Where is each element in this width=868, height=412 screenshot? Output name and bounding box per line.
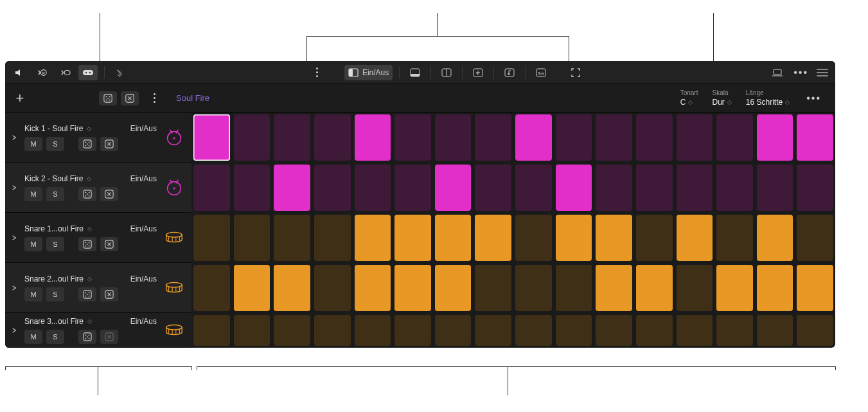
- mute-button[interactable]: M: [24, 287, 42, 301]
- length-selector[interactable]: Länge 16 Schritte◇: [746, 89, 790, 107]
- mute-button[interactable]: M: [24, 137, 42, 151]
- focus-selection-icon[interactable]: [567, 65, 585, 80]
- step-cell[interactable]: [797, 114, 833, 161]
- step-cell[interactable]: [355, 265, 391, 311]
- step-cell[interactable]: [757, 165, 793, 211]
- mode-controller-outline-icon[interactable]: [55, 65, 76, 80]
- view-bottom-panel-icon[interactable]: [406, 65, 424, 80]
- step-cell[interactable]: [234, 114, 270, 161]
- toolbar-overflow-icon[interactable]: •••: [791, 67, 811, 78]
- step-cell[interactable]: [435, 265, 472, 311]
- step-cell[interactable]: [677, 315, 713, 346]
- solo-button[interactable]: S: [46, 137, 64, 151]
- randomize-row-button[interactable]: [78, 187, 96, 201]
- pattern-name-label[interactable]: Soul Fire: [171, 91, 215, 105]
- volume-icon[interactable]: [10, 65, 28, 80]
- randomize-row-button[interactable]: [78, 287, 96, 301]
- randomize-row-button[interactable]: [78, 330, 96, 344]
- step-cell[interactable]: [556, 165, 592, 211]
- step-cell[interactable]: [394, 315, 431, 346]
- step-cell[interactable]: [314, 315, 351, 346]
- clear-header-button[interactable]: [121, 91, 139, 105]
- solo-button[interactable]: S: [46, 237, 64, 251]
- step-cell[interactable]: [435, 215, 472, 261]
- step-cell[interactable]: [355, 165, 391, 211]
- step-cell[interactable]: [636, 315, 673, 346]
- step-cell[interactable]: [234, 215, 270, 261]
- step-cell[interactable]: [596, 165, 632, 211]
- track-name[interactable]: Kick 1 - Soul Fire: [24, 124, 83, 133]
- mode-registered-icon[interactable]: R: [32, 65, 53, 80]
- randomize-row-button[interactable]: [78, 137, 96, 151]
- step-cell[interactable]: [435, 165, 472, 211]
- step-cell[interactable]: [475, 315, 511, 346]
- step-cell[interactable]: [556, 114, 592, 161]
- track-status-label[interactable]: Ein/Aus: [130, 317, 157, 326]
- step-cell[interactable]: [677, 114, 713, 161]
- step-cell[interactable]: [193, 265, 230, 311]
- step-cell[interactable]: [515, 215, 552, 261]
- step-cell[interactable]: [274, 165, 310, 211]
- screen-share-icon[interactable]: [768, 65, 787, 80]
- step-cell[interactable]: [234, 315, 270, 346]
- step-cell[interactable]: [234, 265, 270, 311]
- expand-row-button[interactable]: [8, 327, 21, 334]
- clear-row-button[interactable]: [100, 330, 118, 344]
- solo-button[interactable]: S: [46, 187, 64, 201]
- clear-row-button[interactable]: [100, 237, 118, 251]
- track-name[interactable]: Snare 2...oul Fire: [24, 274, 84, 283]
- hamburger-icon[interactable]: [815, 69, 830, 76]
- note-panel-icon[interactable]: [500, 65, 518, 80]
- clear-row-button[interactable]: [100, 137, 118, 151]
- step-cell[interactable]: [274, 265, 310, 311]
- step-cell[interactable]: [234, 165, 270, 211]
- expand-row-button[interactable]: [8, 285, 21, 291]
- mode-controller-filled-icon[interactable]: [78, 65, 98, 80]
- step-cell[interactable]: [636, 265, 673, 311]
- step-cell[interactable]: [677, 215, 713, 261]
- step-cell[interactable]: [515, 265, 552, 311]
- step-cell[interactable]: [515, 114, 552, 161]
- expand-row-button[interactable]: [8, 235, 21, 241]
- step-cell[interactable]: [475, 265, 511, 311]
- step-cell[interactable]: [556, 315, 592, 346]
- step-cell[interactable]: [757, 215, 793, 261]
- link-toggle-icon[interactable]: [111, 65, 128, 80]
- config-more-icon[interactable]: •••: [804, 93, 824, 104]
- step-cell[interactable]: [515, 315, 552, 346]
- step-cell[interactable]: [716, 315, 753, 346]
- step-cell[interactable]: [193, 215, 230, 261]
- step-cell[interactable]: [193, 315, 230, 346]
- step-cell[interactable]: [435, 315, 472, 346]
- step-cell[interactable]: [515, 165, 552, 211]
- onoff-view-button[interactable]: Ein/Aus: [344, 65, 393, 80]
- step-cell[interactable]: [636, 114, 673, 161]
- mute-button[interactable]: M: [24, 187, 42, 201]
- step-cell[interactable]: [757, 265, 793, 311]
- step-cell[interactable]: [556, 265, 592, 311]
- solo-button[interactable]: S: [46, 330, 64, 344]
- randomize-header-button[interactable]: [99, 91, 117, 105]
- track-name[interactable]: Snare 1...oul Fire: [24, 224, 84, 233]
- step-cell[interactable]: [274, 215, 310, 261]
- scale-selector[interactable]: Skala Dur◇: [712, 89, 731, 107]
- step-cell[interactable]: [193, 114, 230, 161]
- step-cell[interactable]: [596, 215, 632, 261]
- mute-button[interactable]: M: [24, 330, 42, 344]
- toolbar-more-icon[interactable]: [311, 67, 324, 77]
- step-cell[interactable]: [636, 215, 673, 261]
- step-cell[interactable]: [596, 265, 632, 311]
- add-track-button[interactable]: +: [12, 90, 28, 107]
- expand-row-button[interactable]: [8, 184, 21, 191]
- track-status-label[interactable]: Ein/Aus: [130, 224, 157, 233]
- step-cell[interactable]: [274, 315, 310, 346]
- octave-panel-icon[interactable]: 8va: [532, 65, 551, 80]
- header-more-icon[interactable]: [148, 93, 161, 103]
- step-cell[interactable]: [677, 165, 713, 211]
- step-cell[interactable]: [435, 114, 472, 161]
- step-cell[interactable]: [757, 315, 793, 346]
- step-cell[interactable]: [394, 165, 431, 211]
- solo-button[interactable]: S: [46, 287, 64, 301]
- step-cell[interactable]: [274, 114, 310, 161]
- step-cell[interactable]: [596, 315, 632, 346]
